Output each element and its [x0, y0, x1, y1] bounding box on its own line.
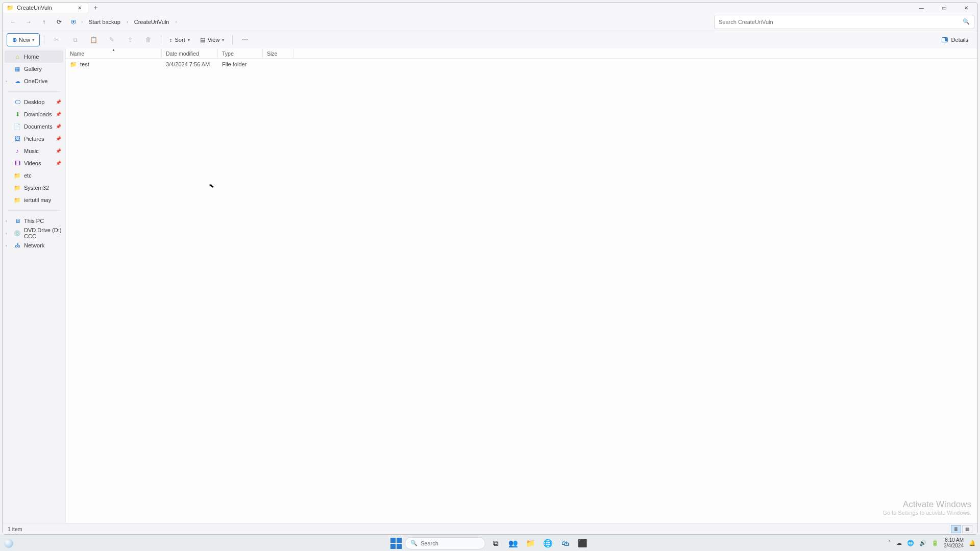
table-row[interactable]: 📁 test 3/4/2024 7:56 AM File folder — [66, 59, 977, 70]
plus-icon: ⊕ — [12, 37, 17, 43]
sort-button[interactable]: ↕ Sort ▾ — [165, 33, 194, 46]
tray-onedrive-icon[interactable]: ☁ — [896, 540, 902, 546]
chevron-right-icon: › — [125, 19, 130, 24]
sidebar-item-etc[interactable]: 📁 etc — [3, 169, 65, 182]
refresh-button[interactable]: ⟳ — [52, 15, 67, 29]
start-button[interactable] — [390, 538, 402, 549]
chevron-right-icon[interactable]: › — [6, 219, 7, 223]
sort-icon: ↕ — [169, 37, 173, 43]
breadcrumb-seg-2[interactable]: CreateUriVuln — [132, 18, 172, 26]
search-box[interactable]: 🔍 — [714, 15, 974, 29]
music-icon: ♪ — [14, 148, 21, 154]
details-view-toggle[interactable]: ≣ — [951, 525, 961, 533]
tray-language-icon[interactable]: 🌐 — [907, 540, 914, 546]
tab-active[interactable]: 📁 CreateUriVuln ✕ — [3, 3, 88, 13]
sidebar-item-network[interactable]: › 🖧 Network — [3, 239, 65, 252]
breadcrumb-seg-1[interactable]: Start backup — [87, 18, 122, 26]
details-pane-icon — [942, 37, 948, 42]
chevron-right-icon[interactable]: › — [6, 79, 7, 84]
sidebar-item-onedrive[interactable]: › ☁ OneDrive — [3, 75, 65, 87]
toolbar: ⊕ New ▾ ✂ ⧉ 📋 ✎ ⇪ 🗑 ↕ Sort ▾ ▤ View ▾ ⋯ … — [3, 31, 977, 48]
new-tab-button[interactable]: ＋ — [88, 3, 103, 13]
chevron-down-icon: ▾ — [32, 38, 34, 42]
sidebar-item-pictures[interactable]: 🖼 Pictures 📌 — [3, 133, 65, 145]
sidebar-item-home[interactable]: ⌂ Home — [5, 51, 63, 63]
sidebar-item-system32[interactable]: 📁 System32 — [3, 182, 65, 194]
notifications-icon[interactable]: 🔔 — [969, 540, 976, 546]
column-header-size[interactable]: Size — [263, 48, 293, 58]
breadcrumb[interactable]: ⛨ › Start backup › CreateUriVuln › — [67, 15, 714, 29]
thumbnails-view-toggle[interactable]: ▦ — [962, 525, 972, 533]
up-button[interactable]: ↑ — [36, 15, 52, 29]
column-header-date[interactable]: Date modified — [162, 48, 218, 58]
clock[interactable]: 8:10 AM 3/4/2024 — [944, 538, 964, 548]
sidebar-item-label: iertutil may — [24, 197, 51, 203]
back-button[interactable]: ← — [6, 15, 21, 29]
sidebar-item-label: Documents — [24, 123, 53, 130]
sidebar-item-label: Home — [24, 54, 39, 60]
sidebar-item-label: DVD Drive (D:) CCC — [24, 227, 65, 239]
network-icon: 🖧 — [14, 242, 21, 248]
sort-asc-icon: ▲ — [112, 48, 115, 52]
clock-date: 3/4/2024 — [944, 543, 964, 549]
weather-widget[interactable] — [4, 539, 13, 548]
sidebar-item-music[interactable]: ♪ Music 📌 — [3, 145, 65, 157]
search-icon: 🔍 — [410, 540, 418, 546]
sidebar: ⌂ Home ▦ Gallery › ☁ OneDrive 🖵 Desktop … — [3, 48, 66, 523]
search-input[interactable] — [719, 19, 960, 25]
taskbar-app-teams[interactable]: 👥 — [506, 536, 520, 550]
tray-volume-icon[interactable]: 🔊 — [919, 540, 926, 546]
document-icon: 📄 — [14, 123, 21, 130]
chevron-right-icon[interactable]: › — [6, 231, 7, 236]
taskbar-app-terminal[interactable]: ⬛ — [575, 536, 590, 550]
chevron-right-icon[interactable]: › — [6, 243, 7, 248]
view-toggle: ≣ ▦ — [951, 525, 972, 533]
column-header-name[interactable]: Name ▲ — [66, 48, 162, 58]
view-icon: ▤ — [200, 37, 205, 43]
taskbar-search[interactable]: 🔍 Search — [405, 537, 485, 549]
file-date: 3/4/2024 7:56 AM — [162, 61, 218, 67]
search-icon: 🔍 — [963, 18, 970, 25]
more-button[interactable]: ⋯ — [237, 33, 253, 46]
maximize-button[interactable]: ▭ — [933, 3, 955, 13]
sidebar-item-label: Pictures — [24, 136, 44, 142]
activation-watermark: Activate Windows Go to Settings to activ… — [883, 499, 971, 516]
sort-label: Sort — [175, 37, 185, 43]
column-header-type[interactable]: Type — [218, 48, 263, 58]
taskbar-app-store[interactable]: 🛍 — [558, 536, 572, 550]
cloud-icon: ☁ — [14, 78, 21, 85]
folder-icon: 📁 — [70, 61, 77, 68]
sidebar-item-downloads[interactable]: ⬇ Downloads 📌 — [3, 108, 65, 120]
sidebar-item-gallery[interactable]: ▦ Gallery — [3, 63, 65, 75]
task-view-button[interactable]: ⧉ — [488, 536, 503, 550]
video-icon: 🎞 — [14, 160, 21, 166]
sidebar-item-documents[interactable]: 📄 Documents 📌 — [3, 120, 65, 133]
sidebar-item-iertutil[interactable]: 📁 iertutil may — [3, 194, 65, 206]
taskbar-app-edge[interactable]: 🌐 — [541, 536, 555, 550]
pictures-icon: 🖼 — [14, 136, 21, 142]
sidebar-item-videos[interactable]: 🎞 Videos 📌 — [3, 157, 65, 169]
column-header-row: Name ▲ Date modified Type Size — [66, 48, 977, 59]
sidebar-item-label: Downloads — [24, 111, 52, 117]
tray-overflow-icon[interactable]: ˄ — [888, 540, 891, 546]
chevron-right-icon: › — [79, 19, 85, 24]
details-pane-button[interactable]: Details — [937, 33, 973, 46]
window-close-button[interactable]: ✕ — [955, 3, 977, 13]
folder-icon: 📁 — [14, 185, 21, 191]
minimize-button[interactable]: — — [910, 3, 933, 13]
cut-button: ✂ — [48, 33, 65, 46]
tray-battery-icon[interactable]: 🔋 — [932, 540, 939, 546]
sidebar-item-dvd[interactable]: › 💿 DVD Drive (D:) CCC — [3, 227, 65, 239]
forward-button[interactable]: → — [21, 15, 36, 29]
sidebar-item-label: System32 — [24, 185, 49, 191]
taskbar-app-explorer[interactable]: 📁 — [523, 536, 537, 550]
view-button[interactable]: ▤ View ▾ — [196, 33, 229, 46]
new-button[interactable]: ⊕ New ▾ — [7, 33, 40, 46]
file-list[interactable]: 📁 test 3/4/2024 7:56 AM File folder — [66, 59, 977, 523]
file-type: File folder — [218, 61, 263, 67]
sidebar-item-desktop[interactable]: 🖵 Desktop 📌 — [3, 96, 65, 108]
sidebar-item-label: This PC — [24, 218, 44, 224]
sidebar-item-thispc[interactable]: › 🖥 This PC — [3, 215, 65, 227]
tab-close-button[interactable]: ✕ — [76, 5, 84, 11]
titlebar: 📁 CreateUriVuln ✕ ＋ — ▭ ✕ — [3, 3, 977, 13]
